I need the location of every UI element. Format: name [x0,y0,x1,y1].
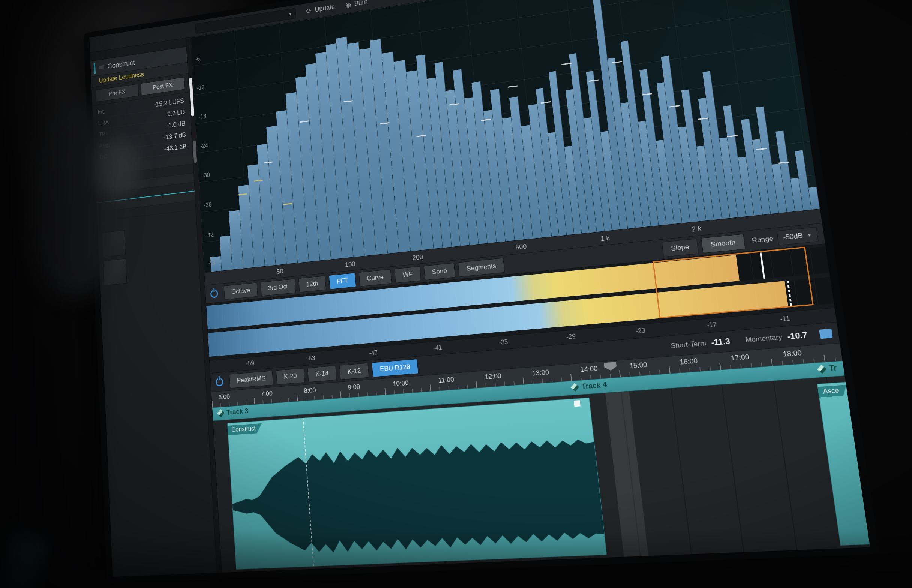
photo-backdrop: ▼ ⟳ Update ◉ Burn [0,0,912,588]
vignette-overlay [0,0,912,588]
